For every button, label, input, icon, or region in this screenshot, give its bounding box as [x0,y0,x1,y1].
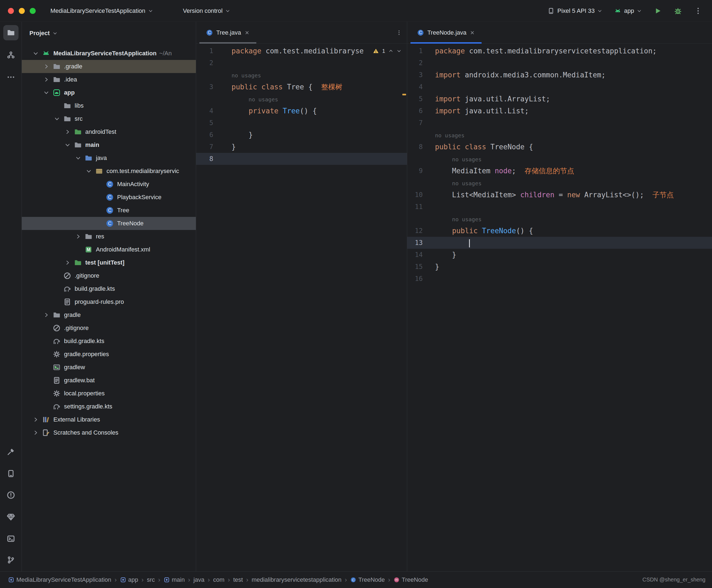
breadcrumb-app[interactable]: app [120,576,138,583]
tree-item-gradlew-bat[interactable]: gradlew.bat [22,374,196,387]
tree-item-proguard-rules-pro[interactable]: proguard-rules.pro [22,295,196,309]
line-number[interactable]: 3 [196,81,232,93]
line-number[interactable]: 2 [196,57,232,69]
line-number[interactable]: 16 [407,273,435,285]
code-line[interactable]: 8 [196,153,407,165]
inlay-hint-row[interactable]: no usages [196,93,407,105]
tree-item-main[interactable]: main [22,139,196,151]
line-number[interactable]: 1 [407,45,435,57]
zoom-window-button[interactable] [30,8,36,14]
breadcrumb-com[interactable]: com [213,576,225,583]
more-horizontal-icon[interactable] [3,69,19,85]
editor-options-icon[interactable] [396,30,402,36]
more-actions-button[interactable] [694,7,702,15]
tree-item-treenode[interactable]: CTreeNode [22,217,196,230]
app-insights-icon[interactable] [3,509,19,525]
line-number[interactable]: 13 [407,237,435,249]
line-number[interactable]: 1 [196,45,232,57]
line-number[interactable] [196,69,232,81]
line-number[interactable]: 3 [407,69,435,81]
line-number[interactable]: 8 [407,141,435,153]
breadcrumb-test[interactable]: test [233,576,243,583]
code-line[interactable]: 12 public TreeNode() { [407,225,712,237]
vcs-widget[interactable]: Version control [183,7,231,15]
breadcrumb-src[interactable]: src [147,576,155,583]
line-number[interactable]: 4 [407,81,435,93]
project-icon[interactable] [3,25,19,40]
line-number[interactable]: 8 [196,153,232,165]
code-line[interactable]: 5import java.util.ArrayList; [407,93,712,105]
close-tab-icon[interactable] [244,30,250,36]
line-number[interactable]: 7 [196,141,232,153]
code-line[interactable]: 1package com.test.medialibraryservicetes… [407,45,712,57]
next-problem-icon[interactable] [396,48,402,54]
inlay-hint[interactable]: no usages [232,93,278,105]
tree-item-build-gradle-kts[interactable]: build.gradle.kts [22,282,196,295]
tree-item-gradlew[interactable]: gradlew [22,361,196,374]
tree-item--gitignore[interactable]: .gitignore [22,269,196,282]
line-number[interactable]: 9 [407,165,435,177]
code-line[interactable]: 6 } [196,129,407,141]
code-line[interactable]: 5 [196,117,407,129]
device-manager-icon[interactable] [3,466,19,481]
warning-stripe-mark[interactable] [402,94,406,96]
code-line[interactable]: 14 } [407,249,712,261]
inlay-hint-row[interactable]: no usages [196,69,407,81]
tree-item-medialibraryservicetestapplication[interactable]: MediaLibraryServiceTestApplication~/An [22,47,196,60]
inlay-hint-row[interactable]: no usages [407,153,712,165]
inlay-hint[interactable]: no usages [435,177,481,189]
tree-item-external-libraries[interactable]: External Libraries [22,413,196,426]
code-line[interactable]: 6import java.util.List; [407,105,712,117]
inlay-hint[interactable]: no usages [435,153,481,165]
breadcrumb-medialibraryservicetestapplication[interactable]: MediaLibraryServiceTestApplication [8,576,111,583]
inlay-hint[interactable]: no usages [232,69,261,82]
breadcrumb-medialibraryservicetestapplication[interactable]: medialibraryservicetestapplication [252,576,342,583]
tree-item-test-unittest-[interactable]: test [unitTest] [22,256,196,269]
line-number[interactable]: 7 [407,117,435,129]
line-number[interactable] [196,93,232,105]
line-number[interactable] [407,153,435,165]
tree-item-gradle[interactable]: gradle [22,309,196,321]
close-tab-icon[interactable] [470,30,475,36]
code-line[interactable]: 16 [407,273,712,285]
prev-problem-icon[interactable] [388,48,393,54]
tree-item--gitignore[interactable]: .gitignore [22,321,196,335]
line-number[interactable]: 11 [407,201,435,213]
structure-icon[interactable] [3,47,19,63]
minimize-window-button[interactable] [19,8,25,14]
project-panel-header[interactable]: Project [22,22,196,45]
code-line[interactable]: 2 [196,57,407,69]
code-line[interactable]: 8public class TreeNode { [407,141,712,153]
tab-tree-java[interactable]: C Tree.java [199,22,256,44]
line-number[interactable] [407,129,435,141]
code-line[interactable]: 3import androidx.media3.common.MediaItem… [407,69,712,81]
breadcrumb-java[interactable]: java [193,576,204,583]
tree-item--idea[interactable]: .idea [22,73,196,86]
tree-item-build-gradle-kts[interactable]: build.gradle.kts [22,335,196,348]
run-config-selector[interactable]: app [614,7,642,15]
code-line[interactable]: 10 List<MediaItem> children = new ArrayL… [407,189,712,201]
line-number[interactable]: 4 [196,105,232,117]
code-line[interactable]: 7} [196,141,407,153]
inlay-hint-row[interactable]: no usages [407,129,712,141]
line-number[interactable]: 5 [407,93,435,105]
tree-item-playbackservice[interactable]: CPlaybackService [22,191,196,204]
inlay-hint-row[interactable]: no usages [407,213,712,225]
code-line[interactable]: 9 MediaItem node; 存储信息的节点 [407,165,712,177]
close-window-button[interactable] [8,8,14,14]
problems-icon[interactable] [3,487,19,503]
run-button[interactable] [654,7,662,15]
code-line[interactable]: 7 [407,117,712,129]
code-line[interactable]: 15} [407,261,712,273]
tree-item-tree[interactable]: CTree [22,204,196,217]
breadcrumb-treenode[interactable]: CTreeNode [350,576,385,583]
line-number[interactable]: 14 [407,249,435,261]
breadcrumb-main[interactable]: main [164,576,185,583]
editor-left-code[interactable]: 1package com.test.medialibraryse2no usag… [196,44,407,571]
tree-item-src[interactable]: src [22,112,196,125]
editor-right-code[interactable]: 1package com.test.medialibraryservicetes… [407,44,712,571]
code-line[interactable]: 2 [407,57,712,69]
build-icon[interactable] [3,444,19,459]
line-number[interactable]: 5 [196,117,232,129]
tree-item-androidmanifest-xml[interactable]: MAndroidManifest.xml [22,243,196,256]
